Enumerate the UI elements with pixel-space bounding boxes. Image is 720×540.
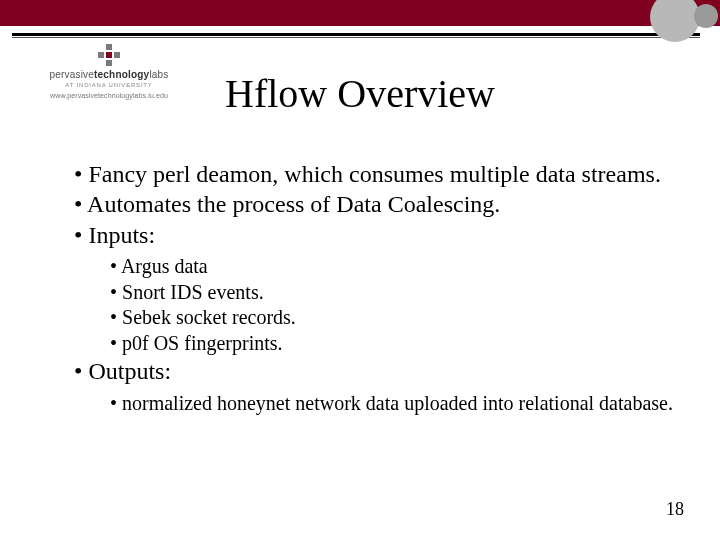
bullet-3-sub-3: Sebek socket records. (110, 306, 674, 330)
page-number: 18 (666, 499, 684, 520)
header-rule-thick (12, 33, 700, 36)
bullet-3-sub-2: Snort IDS events. (110, 281, 674, 305)
bullet-3-sub-1: Argus data (110, 255, 674, 279)
bullet-1: Fancy perl deamon, which consumes multip… (74, 160, 674, 188)
header-bar (0, 0, 720, 26)
bullet-3-sub-4: p0f OS fingerprints. (110, 332, 674, 356)
bullet-4: Outputs: (74, 357, 674, 385)
header-rule-thin (12, 37, 700, 38)
bullet-2: Automates the process of Data Coalescing… (74, 190, 674, 218)
logo-icon (98, 44, 120, 66)
decor-circle-small (694, 4, 718, 28)
bullet-4-sub-1: normalized honeynet network data uploade… (110, 392, 674, 416)
slide-title: Hflow Overview (0, 70, 720, 117)
bullet-3: Inputs: (74, 221, 674, 249)
slide-content: Fancy perl deamon, which consumes multip… (74, 160, 674, 417)
